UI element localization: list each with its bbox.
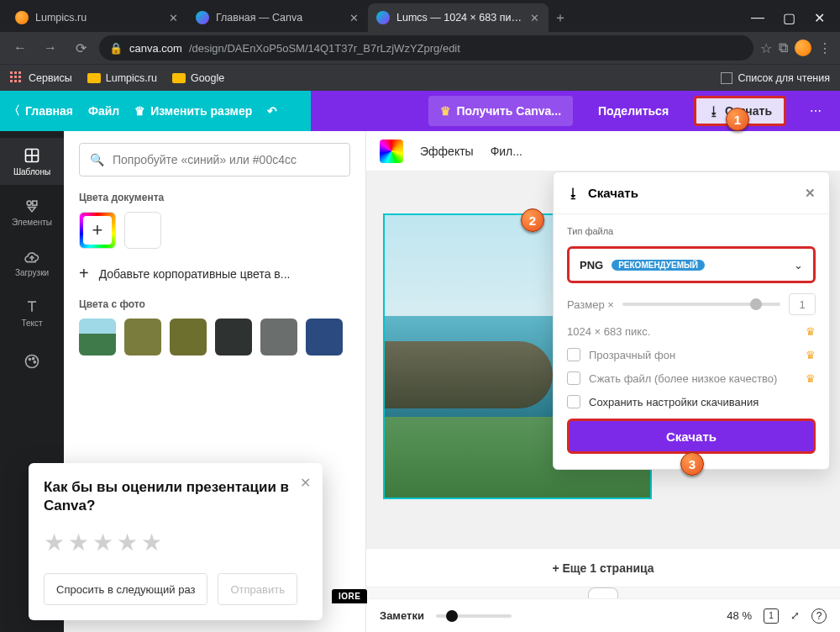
transparent-checkbox[interactable] [567, 348, 580, 361]
scroll-handle[interactable] [588, 587, 618, 599]
get-pro-button[interactable]: ♛ Получить Canva... [428, 96, 573, 126]
size-value[interactable]: 1 [789, 293, 816, 315]
pages-icon[interactable]: 1 [764, 608, 779, 624]
bookmark-apps[interactable]: Сервисы [10, 71, 72, 85]
url-host: canva.com [129, 42, 182, 55]
feedback-question: Как бы вы оценили презентации в Canva? [44, 478, 307, 515]
svg-marker-5 [29, 207, 35, 211]
rail-label: Текст [21, 319, 42, 328]
rail-templates[interactable]: Шаблоны [0, 138, 64, 185]
ask-later-button[interactable]: Спросить в следующий раз [44, 573, 207, 605]
photo-colors-heading: Цвета с фото [79, 298, 350, 310]
download-icon: ⭳ [708, 104, 720, 118]
save-settings-checkbox[interactable] [567, 395, 580, 408]
reading-list[interactable]: Список для чтения [721, 72, 830, 84]
bookmark-item[interactable]: Lumpics.ru [87, 72, 157, 84]
star-icon[interactable]: ★ [92, 529, 113, 556]
color-picker-button[interactable] [380, 140, 403, 163]
back-icon[interactable]: ← [8, 36, 32, 60]
send-button[interactable]: Отправить [218, 573, 297, 605]
browser-tab-active[interactable]: Lumcs — 1024 × 683 пикс. ✕ [368, 3, 549, 32]
search-icon: 🔍 [90, 153, 104, 166]
close-icon[interactable]: ✕ [528, 12, 540, 24]
resize-menu[interactable]: ♛ Изменить размер [134, 104, 252, 118]
close-icon[interactable]: ✕ [348, 12, 360, 24]
close-icon[interactable]: ✕ [167, 12, 179, 24]
forward-icon[interactable]: → [39, 36, 62, 60]
star-icon[interactable]: ☆ [760, 40, 772, 56]
canvas-stage[interactable]: ⭳ Скачать ✕ Тип файла PNG РЕКОМЕНДУЕМЫЙ … [366, 171, 840, 548]
rail-elements[interactable]: Элементы [0, 188, 64, 235]
add-brand-colors[interactable]: + Добавьте корпоративные цвета в... [79, 264, 350, 283]
zoom-value[interactable]: 48 % [727, 609, 752, 622]
readlist-icon [721, 72, 732, 84]
reload-icon[interactable]: ⟳ [69, 36, 92, 60]
download-panel-title: Скачать [588, 186, 638, 200]
star-icon[interactable]: ★ [141, 529, 162, 556]
rail-label: Элементы [12, 218, 52, 227]
add-page-button[interactable]: + Еще 1 страница [366, 548, 840, 587]
share-button[interactable]: Поделиться [586, 96, 680, 126]
photo-swatch[interactable] [79, 319, 116, 356]
menu-icon[interactable]: ⋮ [818, 40, 832, 56]
photo-swatch[interactable] [260, 319, 297, 356]
callout-3: 3 [680, 452, 704, 476]
rail-text[interactable]: Текст [0, 289, 64, 336]
more-menu[interactable]: ⋯ [800, 104, 832, 118]
download-confirm-label: Скачать [666, 429, 717, 444]
chevron-left-icon: 〈 [8, 103, 20, 118]
star-icon[interactable]: ★ [68, 529, 89, 556]
close-window-icon[interactable]: ✕ [814, 10, 825, 26]
add-brand-label: Добавьте корпоративные цвета в... [99, 267, 291, 281]
maximize-icon[interactable]: ▢ [783, 10, 795, 26]
close-icon[interactable]: ✕ [805, 186, 816, 201]
more-badge[interactable]: IORE [332, 589, 367, 603]
color-swatch-rainbow[interactable]: + [79, 212, 116, 249]
download-confirm-button[interactable]: Скачать [567, 419, 816, 454]
browser-tab[interactable]: Главная — Canva ✕ [187, 3, 368, 32]
rail-uploads[interactable]: Загрузки [0, 239, 64, 286]
filters-button[interactable]: Фил... [491, 145, 522, 158]
profile-avatar[interactable] [795, 40, 811, 56]
notes-button[interactable]: Заметки [380, 609, 424, 622]
bookmark-item[interactable]: Google [172, 72, 224, 84]
star-icon[interactable]: ★ [117, 529, 138, 556]
compress-label: Сжать файл (более низкое качество) [589, 372, 777, 385]
fullscreen-icon[interactable]: ⤢ [790, 609, 800, 622]
callout-1: 1 [726, 108, 749, 131]
photo-swatch[interactable] [215, 319, 252, 356]
file-type-select[interactable]: PNG РЕКОМЕНДУЕМЫЙ ⌄ [567, 246, 816, 283]
effects-button[interactable]: Эффекты [420, 145, 474, 158]
rail-more[interactable] [0, 340, 64, 387]
close-icon[interactable]: ✕ [300, 475, 311, 491]
home-link[interactable]: 〈 Главная [8, 103, 73, 118]
photo-swatch[interactable] [124, 319, 161, 356]
help-icon[interactable]: ? [811, 608, 827, 624]
bookmark-label: Сервисы [29, 72, 72, 84]
tab-title: Lumcs — 1024 × 683 пикс. [396, 12, 522, 24]
photo-swatch[interactable] [170, 319, 207, 356]
compress-checkbox[interactable] [567, 371, 580, 385]
star-icon[interactable]: ★ [44, 529, 65, 556]
templates-icon [24, 147, 40, 164]
horizontal-scrollbar[interactable] [366, 587, 840, 598]
crown-icon: ♛ [440, 104, 451, 118]
minimize-icon[interactable]: — [751, 10, 764, 25]
elements-icon [24, 198, 40, 214]
notes-slider[interactable] [436, 614, 512, 618]
search-input[interactable]: 🔍 Попробуйте «синий» или #00c4cc [79, 143, 350, 176]
undo-button[interactable]: ↶ [267, 104, 277, 118]
resize-label: Изменить размер [150, 104, 252, 118]
address-bar[interactable]: 🔒 canva.com/design/DAEnXoP5oSM/14Q1T37r_… [99, 35, 753, 61]
size-label: Размер × [567, 298, 614, 311]
color-swatch-empty[interactable] [124, 212, 161, 249]
svg-point-11 [34, 361, 35, 363]
browser-tab[interactable]: Lumpics.ru ✕ [7, 3, 187, 32]
ask-later-label: Спросить в следующий раз [56, 583, 195, 596]
transparent-label: Прозрачный фон [589, 349, 675, 361]
file-menu[interactable]: Файл [88, 104, 119, 118]
size-slider[interactable] [622, 303, 780, 306]
extension-icon[interactable]: ⧉ [779, 40, 788, 55]
new-tab-button[interactable]: ＋ [549, 3, 572, 32]
photo-swatch[interactable] [306, 319, 343, 356]
